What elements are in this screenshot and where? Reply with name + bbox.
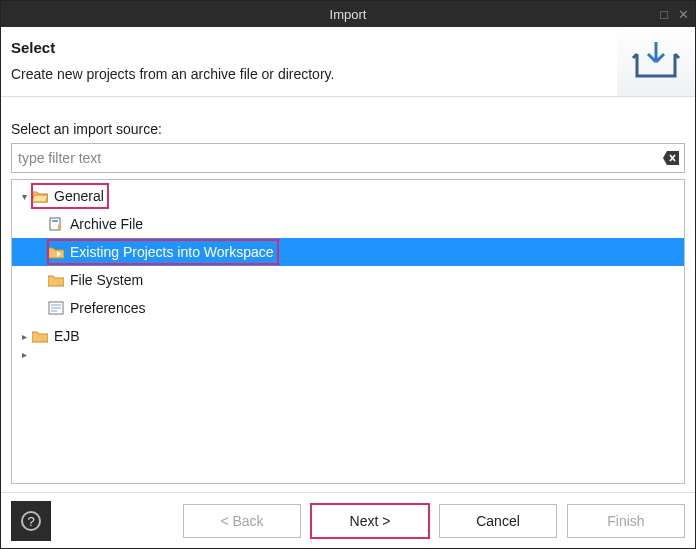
page-title: Select (11, 39, 607, 56)
window-buttons: □ ✕ (660, 1, 689, 27)
twisty-down-icon[interactable]: ▾ (18, 191, 30, 202)
import-wizard-window: Import □ ✕ Select Create new projects fr… (0, 0, 696, 549)
tree-container: ▾ General Archive File (11, 179, 685, 484)
folder-icon (48, 272, 64, 288)
clear-filter-icon[interactable] (663, 151, 679, 165)
svg-rect-1 (52, 220, 58, 222)
close-icon[interactable]: ✕ (678, 7, 689, 22)
twisty-right-icon: ▸ (18, 349, 30, 360)
wizard-header: Select Create new projects from an archi… (1, 27, 695, 97)
archive-file-icon (48, 216, 64, 232)
tree-node-general[interactable]: ▾ General (12, 182, 684, 210)
finish-button[interactable]: Finish (567, 504, 685, 538)
import-source-tree: ▾ General Archive File (12, 180, 684, 364)
tree-node-existing-projects[interactable]: Existing Projects into Workspace (12, 238, 684, 266)
tree-node-label: Archive File (70, 216, 143, 232)
tree-node-label: General (54, 188, 104, 204)
titlebar: Import □ ✕ (1, 1, 695, 27)
tree-node-preferences[interactable]: Preferences (12, 294, 684, 322)
tree-node-archive-file[interactable]: Archive File (12, 210, 684, 238)
tree-node-cutoff: ▸ (12, 350, 684, 358)
tree-node-ejb[interactable]: ▸ EJB (12, 322, 684, 350)
import-icon (617, 27, 695, 96)
cancel-button[interactable]: Cancel (439, 504, 557, 538)
page-subtitle: Create new projects from an archive file… (11, 66, 607, 82)
tree-node-label: Preferences (70, 300, 145, 316)
wizard-header-text: Select Create new projects from an archi… (1, 27, 617, 96)
help-button[interactable]: ? (11, 501, 51, 541)
tree-node-file-system[interactable]: File System (12, 266, 684, 294)
folder-import-icon (48, 244, 64, 260)
wizard-body: Select an import source: ▾ Ge (1, 97, 695, 492)
filter-input[interactable] (11, 143, 685, 173)
svg-text:?: ? (27, 514, 34, 529)
twisty-right-icon[interactable]: ▸ (18, 331, 30, 342)
next-button[interactable]: Next > (311, 504, 429, 538)
folder-icon (32, 328, 48, 344)
tree-node-label: File System (70, 272, 143, 288)
folder-open-icon (32, 188, 48, 204)
window-title: Import (330, 7, 367, 22)
wizard-footer: ? < Back Next > Cancel Finish (1, 492, 695, 548)
maximize-icon[interactable]: □ (660, 7, 668, 22)
preferences-icon (48, 300, 64, 316)
filter-wrap (11, 143, 685, 173)
tree-node-label: EJB (54, 328, 80, 344)
tree-node-label: Existing Projects into Workspace (70, 244, 274, 260)
tree-scroll[interactable]: ▾ General Archive File (12, 180, 684, 483)
back-button[interactable]: < Back (183, 504, 301, 538)
filter-label: Select an import source: (11, 121, 685, 137)
